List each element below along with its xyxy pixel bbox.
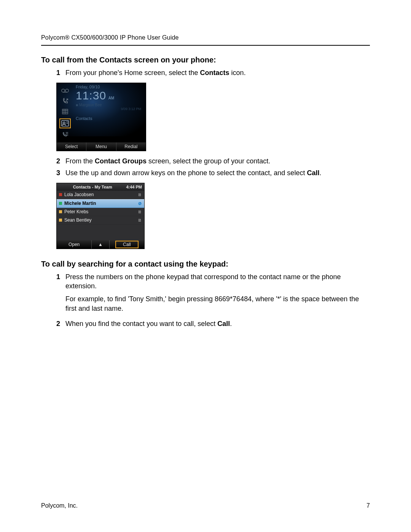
home-time: 11:30 [76, 89, 106, 102]
svg-point-9 [63, 122, 65, 124]
note-icon: 🗎 [137, 192, 142, 197]
contacts-list: Lola Jacobsen🗎Michele Martin⊘Peter Krebs… [57, 191, 144, 225]
step-item: 2 From the Contact Groups screen, select… [56, 157, 370, 166]
steps-list-a: 1 From your phone's Home screen, select … [41, 68, 370, 77]
contact-name: Peter Krebs [64, 209, 137, 214]
step-item: 1 From your phone's Home screen, select … [56, 68, 370, 77]
contact-row[interactable]: Peter Krebs🗎 [57, 208, 144, 216]
step-item: 1 Press the numbers on the phone keypad … [56, 272, 370, 317]
phone-home-screenshot: Friday, 09/10 11:30 AM ■ Margaux Bee 9/0… [56, 83, 146, 151]
note-icon: 🗎 [137, 209, 142, 214]
contact-name: Lola Jacobsen [64, 192, 137, 197]
step-number: 1 [56, 68, 65, 77]
page-footer: Polycom, Inc. 7 [41, 502, 370, 509]
svg-point-0 [62, 89, 65, 92]
softkey-call[interactable]: Call [110, 240, 144, 249]
softkey-up-arrow[interactable]: ▲ [91, 240, 110, 249]
blocked-icon: ⊘ [137, 201, 142, 206]
brand-name: Polycom [41, 34, 65, 41]
home-main-area: Friday, 09/10 11:30 AM ■ Margaux Bee 9/0… [73, 83, 146, 142]
contact-name: Sean Bentley [64, 217, 137, 223]
step-text: When you find the contact you want to ca… [65, 319, 370, 328]
calendar-icon[interactable] [61, 108, 69, 115]
home-clock: 11:30 AM [76, 89, 143, 102]
softkey-call-highlight: Call [115, 241, 139, 248]
softkey-menu[interactable]: Menu [86, 142, 116, 151]
contacts-softkey-bar: Open ▲ Call [57, 240, 144, 249]
step-number: 1 [56, 272, 65, 281]
step-text: Press the numbers on the phone keypad th… [65, 272, 370, 317]
svg-point-1 [65, 89, 68, 92]
home-subline-time: 9/09 3:12 PM [76, 107, 143, 111]
home-date: Friday, 09/10 [76, 85, 143, 89]
section-heading-contacts: To call from the Contacts screen on your… [41, 56, 370, 64]
presence-away-icon [59, 219, 62, 222]
softkey-select[interactable]: Select [57, 142, 86, 151]
contacts-time: 4:44 PM [126, 185, 142, 189]
home-sidebar [57, 83, 73, 142]
header-rule [41, 45, 370, 46]
note-icon: 🗎 [137, 218, 142, 222]
call-log-icon[interactable] [61, 97, 69, 105]
step-item: 2 When you find the contact you want to … [56, 319, 370, 328]
doc-title-suffix: CX500/600/3000 IP Phone User Guide [70, 34, 179, 41]
step-number: 2 [56, 319, 65, 328]
step-text: From your phone's Home screen, select th… [65, 68, 370, 77]
steps-list-b: 1 Press the numbers on the phone keypad … [41, 272, 370, 328]
page-number: 7 [366, 502, 370, 509]
page-content: Polycom® CX500/600/3000 IP Phone User Gu… [41, 34, 370, 502]
running-header: Polycom® CX500/600/3000 IP Phone User Gu… [41, 34, 370, 41]
section-heading-keypad: To call by searching for a contact using… [41, 260, 370, 268]
page: Polycom® CX500/600/3000 IP Phone User Gu… [0, 0, 411, 532]
presence-busy-icon [59, 193, 62, 196]
step-number: 2 [56, 157, 65, 166]
voicemail-icon[interactable] [61, 87, 69, 94]
softkey-open[interactable]: Open [57, 240, 91, 249]
presence-avail-icon [59, 202, 62, 205]
step-item: 3 Use the up and down arrow keys on the … [56, 168, 370, 177]
contacts-icon[interactable] [59, 118, 71, 128]
contact-row[interactable]: Sean Bentley🗎 [57, 216, 144, 225]
contact-row[interactable]: Lola Jacobsen🗎 [57, 191, 144, 199]
settings-list-icon[interactable] [61, 131, 69, 139]
contacts-header: Contacts - My Team 4:44 PM [57, 183, 144, 191]
phone-contacts-screenshot: Contacts - My Team 4:44 PM Lola Jacobsen… [56, 183, 145, 249]
contact-name: Michele Martin [64, 201, 137, 206]
presence-away-icon [59, 210, 62, 213]
footer-company: Polycom, Inc. [41, 502, 78, 509]
steps-list-a-cont: 2 From the Contact Groups screen, select… [41, 157, 370, 177]
selected-tile-label: Contacts [76, 116, 143, 121]
softkey-redial[interactable]: Redial [116, 142, 146, 151]
contact-row[interactable]: Michele Martin⊘ [57, 199, 144, 208]
step-text: From the Contact Groups screen, select t… [65, 157, 370, 166]
home-ampm: AM [108, 96, 114, 100]
svg-rect-3 [62, 109, 68, 114]
home-subline-name: ■ Margaux Bee [76, 103, 143, 107]
contacts-title: Contacts - My Team [59, 185, 126, 189]
home-softkey-bar: Select Menu Redial [57, 142, 146, 151]
step-text: Use the up and down arrow keys on the ph… [65, 168, 370, 177]
registered-symbol: ® [65, 34, 70, 41]
step-number: 3 [56, 168, 65, 177]
